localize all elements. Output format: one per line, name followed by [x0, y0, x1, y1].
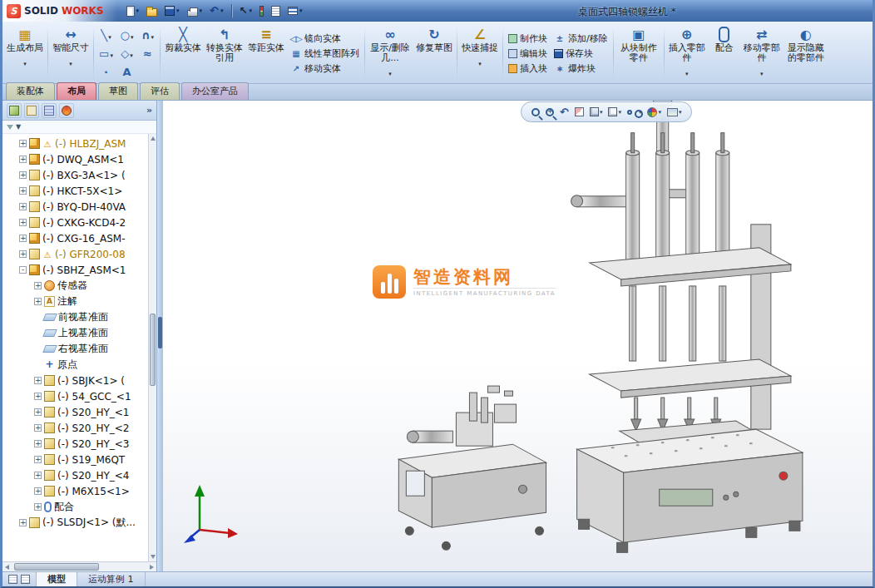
make-block-button[interactable]: 制作块 — [505, 32, 551, 46]
tree-horizontal-scrollbar[interactable] — [2, 561, 156, 571]
display-delete-relations-button[interactable]: ∞ 显示/删除几... — [367, 23, 413, 83]
sheet-icon[interactable] — [8, 575, 17, 584]
expand-toggle-icon[interactable]: + — [34, 440, 42, 447]
tree-item[interactable]: + 传感器 — [2, 278, 156, 294]
expand-toggle-icon[interactable]: - — [19, 266, 27, 274]
tab-evaluate[interactable]: 评估 — [140, 82, 180, 100]
tree-item[interactable]: + (-) M6X15<1> — [2, 483, 156, 499]
motion-study-tab[interactable]: 运动算例 1 — [77, 572, 146, 586]
convert-entities-button[interactable]: ↰ 转换实体引用 — [204, 23, 245, 83]
expand-toggle-icon[interactable]: + — [34, 424, 42, 432]
tree-item[interactable]: + (-) S20_HY_<3 — [2, 436, 156, 452]
view-orientation-button[interactable]: ▾ — [590, 107, 603, 116]
expand-toggle-icon[interactable]: + — [19, 187, 27, 195]
expand-toggle-icon[interactable]: + — [19, 235, 27, 242]
print-button[interactable]: ▾ — [185, 4, 205, 18]
tree-item[interactable]: 前视基准面 — [2, 309, 156, 325]
tree-filter-row[interactable]: ▼ — [2, 121, 156, 134]
line-tool-button[interactable]: ╲ — [96, 26, 116, 44]
tab-layout[interactable]: 布局 — [57, 82, 96, 100]
tree-item[interactable]: + (-) HLBZJ_ASM — [2, 136, 156, 151]
edit-block-button[interactable]: 编辑块 — [505, 47, 551, 61]
tree-item[interactable]: + (-) GFR200-08 — [2, 246, 156, 262]
mirror-entities-button[interactable]: ◁▷镜向实体 — [287, 32, 363, 46]
show-hidden-components-button[interactable]: ◐ 显示隐藏的零部件 — [783, 23, 829, 83]
add-remove-button[interactable]: ±添加/移除 — [551, 32, 611, 46]
create-layout-button[interactable]: ▦ 生成布局 — [4, 23, 46, 83]
display-style-button[interactable]: ▾ — [608, 107, 621, 116]
offset-entities-button[interactable]: ≡ 等距实体 — [245, 23, 287, 83]
hide-show-items-button[interactable]: ▾ — [627, 109, 642, 116]
tree-item[interactable]: 原点 — [2, 357, 156, 373]
explode-block-button[interactable]: ∗爆炸块 — [551, 62, 611, 76]
tree-item[interactable]: + (-) S20_HY_<4 — [2, 467, 156, 483]
previous-view-button[interactable]: ↶ — [560, 106, 569, 118]
tree-item[interactable]: + (-) S19_M6QT — [2, 452, 156, 467]
arc-tool-button[interactable]: ∩ — [137, 26, 158, 44]
tree-item[interactable]: + (-) BYQ-DH-40VA — [2, 199, 156, 215]
undo-button[interactable]: ↶▾ — [207, 3, 225, 18]
configurationmanager-tab[interactable] — [42, 103, 57, 118]
options-button[interactable]: ▾ — [285, 5, 305, 17]
expand-toggle-icon[interactable]: + — [34, 472, 42, 479]
linear-sketch-pattern-button[interactable]: ▦线性草图阵列 — [287, 47, 363, 61]
expand-toggle-icon[interactable]: + — [19, 156, 27, 163]
save-button[interactable]: ▾ — [162, 4, 182, 17]
spline-tool-button[interactable]: ≈ — [137, 44, 158, 62]
expand-toggle-icon[interactable]: + — [19, 171, 27, 179]
expand-toggle-icon[interactable]: + — [19, 250, 27, 258]
tree-item[interactable]: - (-) SBHZ_ASM<1 — [2, 262, 156, 278]
expand-toggle-icon[interactable]: + — [19, 203, 27, 210]
tree-item[interactable]: + (-) SBJK<1> ( — [2, 373, 156, 388]
tree-item[interactable]: + (-) 54_GCC_<1 — [2, 388, 156, 404]
expand-toggle-icon[interactable]: + — [19, 519, 27, 526]
panel-more-chevron[interactable]: » — [146, 105, 152, 116]
scrollbar-thumb[interactable] — [14, 563, 99, 571]
expand-toggle-icon[interactable]: + — [34, 487, 42, 495]
expand-toggle-icon[interactable]: + — [19, 140, 27, 147]
propertymanager-tab[interactable] — [24, 103, 39, 118]
select-button[interactable]: ↖▾ — [237, 3, 255, 18]
tree-item[interactable]: + (-) S20_HY_<2 — [2, 420, 156, 436]
expand-toggle-icon[interactable]: + — [34, 377, 42, 384]
open-button[interactable] — [144, 4, 160, 18]
move-component-button[interactable]: ⇄ 移动零部件 — [741, 23, 783, 83]
move-entities-button[interactable]: ↗移动实体 — [287, 62, 363, 76]
insert-block-button[interactable]: 插入块 — [505, 62, 551, 76]
mate-button[interactable]: 配合 — [708, 23, 741, 83]
scrollbar-thumb[interactable] — [150, 314, 156, 386]
expand-toggle-icon[interactable]: + — [34, 393, 42, 400]
scroll-right-arrow-icon[interactable] — [150, 565, 154, 570]
zoom-fit-button[interactable] — [531, 108, 540, 116]
circle-tool-button[interactable]: ○ — [116, 26, 137, 44]
edit-appearance-button[interactable]: ▾ — [647, 107, 661, 117]
tree-item[interactable]: 上视基准面 — [2, 325, 156, 341]
tree-item[interactable]: + (-) HKCT-5X<1> — [2, 183, 156, 199]
graphics-viewport[interactable]: ↶ ▾ ▾ ▾ ▾ ▾ 智造资料网 INTELLIGENT MANUFACTUR… — [163, 101, 873, 571]
model-tab[interactable]: 模型 — [37, 572, 77, 586]
scroll-up-arrow-icon[interactable] — [151, 136, 156, 141]
scroll-left-arrow-icon[interactable] — [5, 565, 9, 570]
zoom-to-area-button[interactable] — [546, 108, 554, 116]
expand-toggle-icon[interactable]: + — [34, 282, 42, 289]
trim-entities-button[interactable]: ╳ 剪裁实体 — [162, 23, 204, 83]
expand-toggle-icon[interactable]: + — [34, 408, 42, 416]
featuremanager-tab[interactable] — [7, 103, 22, 118]
displaymanager-tab[interactable] — [59, 103, 74, 118]
tree-item[interactable]: + 配合 — [2, 499, 156, 515]
tree-vertical-scrollbar[interactable] — [148, 134, 156, 561]
tree-item[interactable]: + 注解 — [2, 294, 156, 309]
rectangle-tool-button[interactable]: ▭ — [96, 44, 116, 62]
apply-scene-button[interactable]: ▾ — [667, 108, 682, 116]
tree-item[interactable]: + (-) CXG-16_ASM- — [2, 230, 156, 246]
tree-item[interactable]: + (-) S20_HY_<1 — [2, 404, 156, 420]
text-tool-button[interactable]: A — [116, 62, 137, 81]
repair-sketch-button[interactable]: ↻ 修复草图 — [413, 23, 455, 83]
save-block-button[interactable]: 保存块 — [551, 47, 611, 61]
tree-item[interactable]: + (-) CXKG-KCD4-2 — [2, 215, 156, 230]
panel-splitter[interactable] — [157, 101, 163, 571]
tree-item[interactable]: + (-) SLSDJ<1> (默... — [2, 515, 156, 531]
tab-office-products[interactable]: 办公室产品 — [181, 82, 249, 100]
tab-assembly[interactable]: 装配体 — [6, 82, 55, 100]
tab-sketch[interactable]: 草图 — [98, 82, 138, 100]
